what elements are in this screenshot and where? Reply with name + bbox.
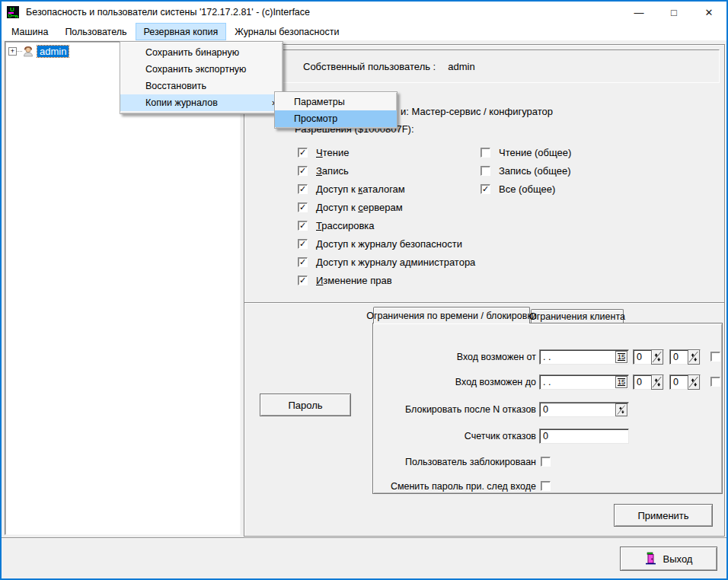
checkbox-write-common[interactable]: ✓ (481, 166, 490, 176)
perm-label: Чтение (общее) (499, 147, 571, 158)
spin-updown-icon[interactable] (651, 374, 663, 390)
checkmark-icon: ✓ (299, 276, 306, 285)
login-from-minutes-spinner[interactable]: 0 (669, 349, 701, 365)
block-after-input[interactable]: 0 (539, 402, 629, 417)
perm-label: Доступ к журналу безопасности (316, 238, 462, 250)
spin-updown-icon[interactable] (651, 349, 663, 365)
checkbox-write[interactable]: ✓ (298, 166, 308, 176)
titlebar: U Безопасность и пользователи систены '1… (2, 2, 726, 23)
calendar-picker-button[interactable]: 15 (615, 351, 627, 363)
login-to-hours-spinner[interactable]: 0 (633, 374, 664, 390)
perm-row-tracing: ✓ Трассировка (298, 219, 375, 232)
menu-backup[interactable]: Резервная копия (136, 23, 227, 40)
tree-expander-icon[interactable]: + (8, 47, 17, 56)
perm-row-write: ✓ Запись (298, 164, 349, 177)
user-locked-checkbox[interactable]: ✓ (541, 457, 551, 467)
minutes-value: 0 (673, 352, 688, 362)
login-to-label: Вход возможен до (373, 377, 536, 387)
log-copies-submenu: Параметры Просмотр (274, 91, 398, 129)
spin-updown-icon[interactable] (688, 374, 700, 390)
login-to-minutes-spinner[interactable]: 0 (669, 374, 701, 390)
spin-updown-icon[interactable] (615, 403, 627, 416)
app-window: U Безопасность и пользователи систены '1… (0, 0, 728, 580)
checkmark-icon: ✓ (299, 221, 306, 230)
login-from-hours-spinner[interactable]: 0 (633, 349, 664, 365)
minimize-button[interactable]: — (621, 2, 656, 23)
login-from-enable-checkbox[interactable]: ✓ (710, 352, 720, 362)
fail-counter-row: Счетчик отказов 0 (373, 428, 629, 444)
own-user-box: Собственный пользователь : admin (251, 49, 720, 83)
checkbox-all-common[interactable]: ✓ (481, 184, 490, 194)
own-user-label: Собственный пользователь : (303, 61, 436, 72)
login-to-date-input[interactable]: . . 15 (539, 374, 629, 390)
checkmark-icon: ✓ (299, 185, 306, 193)
date-value: . . (543, 352, 551, 362)
login-to-enable-checkbox[interactable]: ✓ (710, 377, 720, 387)
exit-door-icon (645, 552, 657, 566)
checkbox-tracing[interactable]: ✓ (298, 221, 308, 231)
menuitem-save-export[interactable]: Сохранить экспортную (120, 61, 283, 78)
perm-label: Доступ к каталогам (316, 183, 405, 195)
menuitem-save-binary[interactable]: Сохранить бинарную (120, 44, 283, 61)
checkbox-read[interactable]: ✓ (298, 148, 308, 158)
checkbox-read-common[interactable]: ✓ (481, 148, 490, 158)
tab-body: Вход возможен от . . 15 0 (372, 323, 723, 494)
login-to-row: Вход возможен до . . 15 0 (373, 374, 720, 390)
perm-row-change-rights: ✓ Изменение прав (298, 274, 392, 287)
perm-label: Все (общее) (499, 183, 555, 195)
tree-node-admin[interactable]: + admin (8, 45, 69, 57)
menu-user[interactable]: Пользователь (56, 23, 135, 40)
window-title: Безопасность и пользователи систены '172… (26, 7, 310, 18)
user-locked-row: Пользователь заблокироваан ✓ (373, 454, 551, 470)
tab-client-restrictions[interactable]: Ограничения клиента (531, 309, 624, 323)
app-icon: U (6, 5, 20, 19)
tree-node-label[interactable]: admin (37, 46, 69, 57)
own-user-value: admin (448, 61, 474, 72)
checkmark-icon: ✓ (299, 258, 306, 266)
fail-counter-label: Счетчик отказов (373, 431, 536, 441)
login-from-label: Вход возможен от (373, 352, 536, 362)
exit-button[interactable]: Выход (620, 547, 717, 571)
change-password-label: Сменить пароль при. след входе (373, 481, 536, 492)
user-tree-panel: + admin (5, 41, 241, 535)
hours-value: 0 (637, 352, 651, 362)
calendar-icon: 15 (618, 353, 625, 361)
close-button[interactable]: ✕ (691, 2, 726, 23)
login-from-date-input[interactable]: . . 15 (539, 349, 629, 365)
fail-counter-value: 0 (543, 431, 548, 441)
menuitem-view[interactable]: Просмотр (275, 110, 397, 127)
maximize-icon: □ (671, 7, 677, 18)
checkbox-security-log[interactable]: ✓ (298, 239, 308, 249)
user-locked-label: Пользователь заблокироваан (373, 457, 536, 467)
menuitem-restore[interactable]: Восстановить (120, 78, 283, 94)
maximize-button[interactable]: □ (656, 2, 691, 23)
checkbox-admin-log[interactable]: ✓ (298, 257, 308, 267)
perm-row-admin-log: ✓ Доступ к журналу администратора (298, 256, 475, 269)
tab-time-restrictions[interactable]: Ограничения по времени / блокировки (373, 307, 530, 323)
calendar-icon: 15 (618, 378, 625, 386)
checkbox-catalog-access[interactable]: ✓ (298, 184, 308, 194)
block-after-value: 0 (543, 404, 548, 415)
change-password-checkbox[interactable]: ✓ (541, 481, 551, 491)
menu-security-logs[interactable]: Журналы безопасности (226, 23, 347, 40)
menuitem-log-copies[interactable]: Копии журналов › (120, 94, 283, 111)
checkmark-icon: ✓ (299, 203, 306, 212)
change-password-row: Сменить пароль при. след входе ✓ (373, 478, 551, 494)
groups-line-fragment: и: Мастер-сервис / конфигуратор (401, 106, 553, 117)
perm-row-write-common: ✓ Запись (общее) (481, 164, 571, 177)
menu-machine[interactable]: Машина (3, 23, 56, 40)
menuitem-label: Копии журналов (145, 97, 218, 108)
apply-button[interactable]: Применить (614, 504, 713, 527)
spin-updown-icon[interactable] (688, 349, 700, 365)
fail-counter-input[interactable]: 0 (539, 429, 629, 444)
password-button[interactable]: Пароль (260, 394, 351, 416)
perm-label: Запись (общее) (499, 165, 571, 177)
exit-button-label: Выход (663, 553, 693, 565)
checkbox-change-rights[interactable]: ✓ (298, 276, 308, 285)
menuitem-parameters[interactable]: Параметры (275, 94, 397, 110)
checkbox-server-access[interactable]: ✓ (298, 202, 308, 212)
perm-row-all-common: ✓ Все (общее) (481, 183, 555, 196)
perm-label: Трассировка (316, 220, 375, 231)
hours-value: 0 (637, 377, 651, 387)
calendar-picker-button[interactable]: 15 (615, 376, 627, 388)
